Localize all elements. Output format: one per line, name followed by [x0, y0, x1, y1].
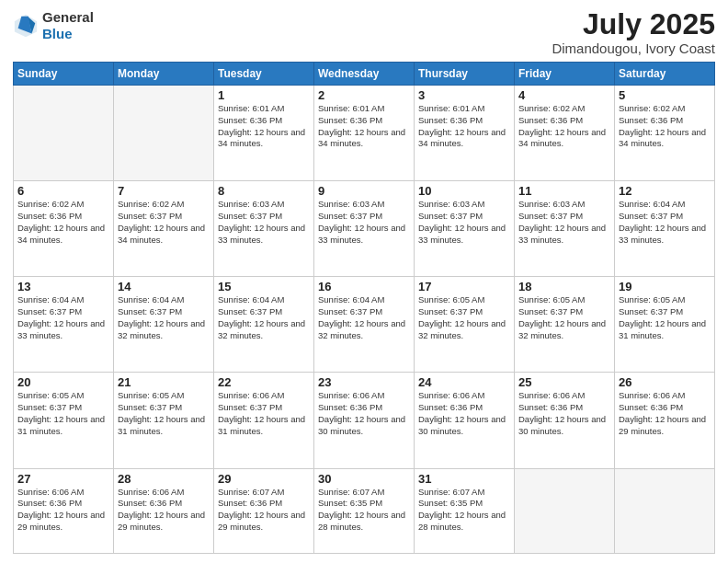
day-number: 28 — [118, 472, 210, 486]
day-number: 1 — [218, 88, 310, 102]
calendar-cell: 12Sunrise: 6:04 AMSunset: 6:37 PMDayligh… — [615, 181, 715, 277]
calendar-cell: 9Sunrise: 6:03 AMSunset: 6:37 PMDaylight… — [314, 181, 415, 277]
day-info: Sunrise: 6:03 AMSunset: 6:37 PMDaylight:… — [518, 199, 610, 246]
calendar-cell: 14Sunrise: 6:04 AMSunset: 6:37 PMDayligh… — [114, 277, 214, 373]
day-number: 18 — [518, 280, 610, 293]
calendar-header-friday: Friday — [515, 63, 615, 86]
calendar-cell — [14, 86, 114, 181]
page: General Blue July 2025 Dimandougou, Ivor… — [0, 0, 728, 563]
calendar-cell: 6Sunrise: 6:02 AMSunset: 6:36 PMDaylight… — [14, 181, 114, 277]
calendar-cell: 1Sunrise: 6:01 AMSunset: 6:36 PMDaylight… — [214, 86, 314, 181]
day-info: Sunrise: 6:03 AMSunset: 6:37 PMDaylight:… — [318, 199, 410, 246]
day-info: Sunrise: 6:06 AMSunset: 6:36 PMDaylight:… — [518, 390, 610, 437]
logo-blue-text: Blue — [42, 26, 73, 41]
calendar-cell: 17Sunrise: 6:05 AMSunset: 6:37 PMDayligh… — [415, 277, 515, 373]
logo: General Blue — [13, 9, 94, 42]
day-number: 10 — [418, 184, 510, 198]
day-number: 8 — [218, 184, 310, 198]
calendar-cell: 11Sunrise: 6:03 AMSunset: 6:37 PMDayligh… — [515, 181, 615, 277]
calendar-cell: 27Sunrise: 6:06 AMSunset: 6:36 PMDayligh… — [14, 468, 114, 553]
calendar-header-wednesday: Wednesday — [314, 63, 415, 86]
calendar-cell — [114, 86, 214, 181]
day-info: Sunrise: 6:06 AMSunset: 6:36 PMDaylight:… — [418, 390, 510, 437]
day-number: 12 — [619, 184, 711, 198]
day-info: Sunrise: 6:05 AMSunset: 6:37 PMDaylight:… — [118, 390, 210, 437]
day-info: Sunrise: 6:06 AMSunset: 6:36 PMDaylight:… — [17, 487, 109, 534]
calendar-cell: 20Sunrise: 6:05 AMSunset: 6:37 PMDayligh… — [14, 373, 114, 468]
day-info: Sunrise: 6:05 AMSunset: 6:37 PMDaylight:… — [17, 390, 109, 437]
day-info: Sunrise: 6:02 AMSunset: 6:37 PMDaylight:… — [118, 199, 210, 246]
calendar-header-tuesday: Tuesday — [214, 63, 314, 86]
day-info: Sunrise: 6:01 AMSunset: 6:36 PMDaylight:… — [218, 103, 310, 150]
day-number: 27 — [17, 472, 109, 486]
day-number: 21 — [118, 375, 210, 389]
calendar-header-row: SundayMondayTuesdayWednesdayThursdayFrid… — [14, 63, 715, 86]
header: General Blue July 2025 Dimandougou, Ivor… — [13, 9, 715, 56]
calendar-week-row: 27Sunrise: 6:06 AMSunset: 6:36 PMDayligh… — [14, 468, 715, 553]
calendar-header-monday: Monday — [114, 63, 214, 86]
calendar-cell: 7Sunrise: 6:02 AMSunset: 6:37 PMDaylight… — [114, 181, 214, 277]
calendar-header-sunday: Sunday — [14, 63, 114, 86]
day-number: 31 — [418, 472, 510, 486]
day-info: Sunrise: 6:02 AMSunset: 6:36 PMDaylight:… — [518, 103, 610, 150]
day-number: 16 — [318, 280, 410, 293]
day-info: Sunrise: 6:06 AMSunset: 6:37 PMDaylight:… — [218, 390, 310, 437]
calendar-cell: 18Sunrise: 6:05 AMSunset: 6:37 PMDayligh… — [515, 277, 615, 373]
calendar-cell: 15Sunrise: 6:04 AMSunset: 6:37 PMDayligh… — [214, 277, 314, 373]
calendar-cell: 16Sunrise: 6:04 AMSunset: 6:37 PMDayligh… — [314, 277, 415, 373]
calendar-cell: 22Sunrise: 6:06 AMSunset: 6:37 PMDayligh… — [214, 373, 314, 468]
day-info: Sunrise: 6:02 AMSunset: 6:36 PMDaylight:… — [619, 103, 711, 150]
calendar-cell: 2Sunrise: 6:01 AMSunset: 6:36 PMDaylight… — [314, 86, 415, 181]
calendar-cell: 10Sunrise: 6:03 AMSunset: 6:37 PMDayligh… — [415, 181, 515, 277]
calendar-cell: 24Sunrise: 6:06 AMSunset: 6:36 PMDayligh… — [415, 373, 515, 468]
logo-text: General Blue — [42, 9, 94, 42]
day-info: Sunrise: 6:07 AMSunset: 6:35 PMDaylight:… — [318, 487, 410, 534]
day-number: 7 — [118, 184, 210, 198]
day-number: 6 — [17, 184, 109, 198]
location-title: Dimandougou, Ivory Coast — [552, 40, 715, 56]
day-info: Sunrise: 6:05 AMSunset: 6:37 PMDaylight:… — [418, 294, 510, 341]
day-info: Sunrise: 6:04 AMSunset: 6:37 PMDaylight:… — [619, 199, 711, 246]
day-info: Sunrise: 6:04 AMSunset: 6:37 PMDaylight:… — [218, 294, 310, 341]
calendar-cell: 28Sunrise: 6:06 AMSunset: 6:36 PMDayligh… — [114, 468, 214, 553]
calendar-cell: 8Sunrise: 6:03 AMSunset: 6:37 PMDaylight… — [214, 181, 314, 277]
day-number: 2 — [318, 88, 410, 102]
calendar-cell: 5Sunrise: 6:02 AMSunset: 6:36 PMDaylight… — [615, 86, 715, 181]
day-number: 26 — [619, 375, 711, 389]
calendar-cell: 19Sunrise: 6:05 AMSunset: 6:37 PMDayligh… — [615, 277, 715, 373]
day-number: 17 — [418, 280, 510, 293]
calendar-week-row: 13Sunrise: 6:04 AMSunset: 6:37 PMDayligh… — [14, 277, 715, 373]
calendar-cell — [615, 468, 715, 553]
day-info: Sunrise: 6:04 AMSunset: 6:37 PMDaylight:… — [118, 294, 210, 341]
calendar-cell: 3Sunrise: 6:01 AMSunset: 6:36 PMDaylight… — [415, 86, 515, 181]
calendar-header-saturday: Saturday — [615, 63, 715, 86]
month-title: July 2025 — [552, 9, 715, 39]
logo-general-text: General — [42, 9, 94, 25]
day-number: 9 — [318, 184, 410, 198]
day-number: 20 — [17, 375, 109, 389]
calendar-cell: 23Sunrise: 6:06 AMSunset: 6:36 PMDayligh… — [314, 373, 415, 468]
day-info: Sunrise: 6:06 AMSunset: 6:36 PMDaylight:… — [118, 487, 210, 534]
day-number: 29 — [218, 472, 310, 486]
calendar-cell: 29Sunrise: 6:07 AMSunset: 6:36 PMDayligh… — [214, 468, 314, 553]
calendar-week-row: 1Sunrise: 6:01 AMSunset: 6:36 PMDaylight… — [14, 86, 715, 181]
day-number: 23 — [318, 375, 410, 389]
day-number: 25 — [518, 375, 610, 389]
day-number: 19 — [619, 280, 711, 293]
day-number: 24 — [418, 375, 510, 389]
calendar-cell: 21Sunrise: 6:05 AMSunset: 6:37 PMDayligh… — [114, 373, 214, 468]
title-block: July 2025 Dimandougou, Ivory Coast — [552, 9, 715, 56]
day-info: Sunrise: 6:07 AMSunset: 6:36 PMDaylight:… — [218, 487, 310, 534]
day-number: 5 — [619, 88, 711, 102]
day-info: Sunrise: 6:04 AMSunset: 6:37 PMDaylight:… — [318, 294, 410, 341]
day-info: Sunrise: 6:05 AMSunset: 6:37 PMDaylight:… — [619, 294, 711, 341]
day-number: 4 — [518, 88, 610, 102]
calendar-header-thursday: Thursday — [415, 63, 515, 86]
day-info: Sunrise: 6:03 AMSunset: 6:37 PMDaylight:… — [218, 199, 310, 246]
day-info: Sunrise: 6:06 AMSunset: 6:36 PMDaylight:… — [619, 390, 711, 437]
calendar-cell: 31Sunrise: 6:07 AMSunset: 6:35 PMDayligh… — [415, 468, 515, 553]
day-number: 15 — [218, 280, 310, 293]
day-info: Sunrise: 6:02 AMSunset: 6:36 PMDaylight:… — [17, 199, 109, 246]
calendar-cell: 26Sunrise: 6:06 AMSunset: 6:36 PMDayligh… — [615, 373, 715, 468]
day-number: 13 — [17, 280, 109, 293]
